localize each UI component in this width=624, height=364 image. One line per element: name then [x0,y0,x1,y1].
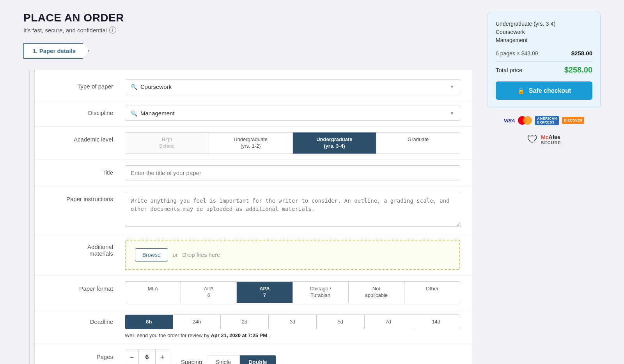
step-header: 1. Paper details [23,43,472,59]
lock-icon: 🔒 [517,87,525,94]
type-of-paper-label: Type of paper [47,79,125,90]
paper-instructions-label: Paper instructions [47,192,125,202]
pages-label: Pages [47,350,125,360]
academic-level-undergrad-1-2[interactable]: Undergraduate(yrs. 1-2) [209,133,293,154]
deadline-control: 8h 24h 2d 3d 5d 7d 14d We'll send you th… [125,315,460,339]
page-title: PLACE AN ORDER [23,12,472,24]
academic-level-label: Academic level [47,132,125,143]
spacing-label: Spacing [181,359,202,364]
deadline-label: Deadline [47,315,125,325]
search-icon: 🔍 [131,110,137,117]
academic-level-group: HighSchool Undergraduate(yrs. 1-2) Under… [125,132,460,154]
paper-format-not-applicable[interactable]: Notapplicable [349,282,404,303]
title-row: Title [35,160,472,186]
pages-counter: − 6 + [125,350,169,364]
order-summary: Undergraduate (yrs. 3-4)CourseworkManage… [488,12,601,108]
deadline-note: We'll send you the order for review by A… [125,332,460,338]
paper-format-apa6[interactable]: APA6 [181,282,237,303]
academic-level-high-school[interactable]: HighSchool [125,133,209,154]
title-input[interactable] [125,165,460,180]
price-per-page-label: 6 pages × $43.00 [496,50,538,57]
discipline-control: 🔍 Management ▼ [125,106,460,121]
deadline-group: 8h 24h 2d 3d 5d 7d 14d [125,315,460,330]
browse-button[interactable]: Browse [135,248,168,262]
pages-row: − 6 + 1650 words Spacing Single [125,350,460,364]
paper-format-chicago[interactable]: Chicago /Turabian [293,282,349,303]
or-text: or [173,252,177,258]
pages-plus-button[interactable]: + [156,350,169,364]
additional-materials-label: Additionalmaterials [47,240,125,257]
spacing-group: Single Double [207,355,276,364]
payment-logos: VISA AMERICANEXPRESS DISCOVER [488,116,601,125]
title-control [125,165,460,180]
paper-format-row: Paper format MLA APA6 APA7 Chicago /Tura… [35,276,472,309]
pages-spacing-row: Pages − 6 + 1650 words [35,344,472,364]
summary-divider [496,61,592,62]
mcafee-name: McAfee [541,134,561,140]
deadline-5d[interactable]: 5d [317,315,365,329]
deadline-8h[interactable]: 8h [125,315,173,329]
deadline-3d[interactable]: 3d [269,315,317,329]
paper-format-label: Paper format [47,281,125,292]
pages-value: 6 [138,350,156,364]
deadline-14d[interactable]: 14d [412,315,460,329]
checkout-label: Safe checkout [529,87,571,94]
spacing-double[interactable]: Double [240,355,275,364]
drop-zone[interactable]: Browse or Drop files here [125,240,460,270]
amex-logo: AMERICANEXPRESS [535,116,559,125]
discipline-label: Discipline [47,106,125,116]
paper-instructions-control [125,192,460,228]
checkout-button[interactable]: 🔒 Safe checkout [496,81,592,100]
drop-files-text: Drop files here [182,251,220,258]
discover-logo: DISCOVER [562,117,584,124]
chevron-down-icon: ▼ [450,84,454,90]
deadline-2d[interactable]: 2d [221,315,269,329]
order-type-text: Undergraduate (yrs. 3-4)CourseworkManage… [496,20,592,44]
academic-level-row: Academic level HighSchool Undergraduate(… [35,127,472,160]
deadline-section: 8h 24h 2d 3d 5d 7d 14d We'll send you th… [125,315,460,339]
page-subtitle: It's fast, secure, and confidential i [23,27,472,34]
total-row: Total price $258.00 [496,65,592,74]
step-badge: 1. Paper details [23,43,89,59]
additional-materials-row: Additionalmaterials Browse or Drop files… [35,234,472,276]
chevron-down-icon: ▼ [450,111,454,116]
paper-format-apa7[interactable]: APA7 [237,282,292,303]
total-amount: $258.00 [564,65,592,74]
type-of-paper-value: Coursework [140,83,172,90]
mcafee-shield-icon: 🛡 [527,133,538,146]
mcafee-section: 🛡 McAfee SECURE [488,133,601,146]
type-of-paper-control: 🔍 Coursework ▼ [125,79,460,94]
deadline-24h[interactable]: 24h [173,315,221,329]
spacing-single[interactable]: Single [207,355,240,364]
type-of-paper-select[interactable]: 🔍 Coursework ▼ [125,79,460,94]
paper-format-other[interactable]: Other [404,282,460,303]
additional-materials-control: Browse or Drop files here [125,240,460,270]
price-row: 6 pages × $43.00 $258.00 [496,50,592,57]
info-icon[interactable]: i [109,27,116,34]
pages-spacing-control: − 6 + 1650 words Spacing Single [125,350,460,364]
delivery-date: Apr 21, 2020 at 7:25 PM [211,332,267,338]
deadline-7d[interactable]: 7d [365,315,413,329]
paper-format-group: MLA APA6 APA7 Chicago /Turabian Notappli… [125,281,460,303]
vertical-divider [29,70,30,364]
deadline-row: Deadline 8h 24h 2d 3d 5d 7d 14d [35,309,472,345]
paper-instructions-row: Paper instructions [35,186,472,234]
paper-format-mla[interactable]: MLA [125,282,181,303]
sidebar: Undergraduate (yrs. 3-4)CourseworkManage… [488,12,601,364]
paper-instructions-textarea[interactable] [125,192,460,227]
title-label: Title [47,165,125,176]
academic-level-graduate[interactable]: Graduate [376,133,460,154]
type-of-paper-row: Type of paper 🔍 Coursework ▼ [35,74,472,100]
pages-minus-button[interactable]: − [125,350,138,364]
discipline-row: Discipline 🔍 Management ▼ [35,100,472,127]
mastercard-logo [518,116,532,125]
discipline-select[interactable]: 🔍 Management ▼ [125,106,460,121]
mcafee-secure-label: SECURE [541,140,561,145]
total-label: Total price [496,67,522,73]
price-per-page-value: $258.00 [571,50,592,57]
search-icon: 🔍 [131,84,137,90]
academic-level-control: HighSchool Undergraduate(yrs. 1-2) Under… [125,132,460,154]
visa-logo: VISA [504,118,515,124]
academic-level-undergrad-3-4[interactable]: Undergraduate(yrs. 3-4) [293,133,377,154]
discipline-value: Management [140,110,175,117]
